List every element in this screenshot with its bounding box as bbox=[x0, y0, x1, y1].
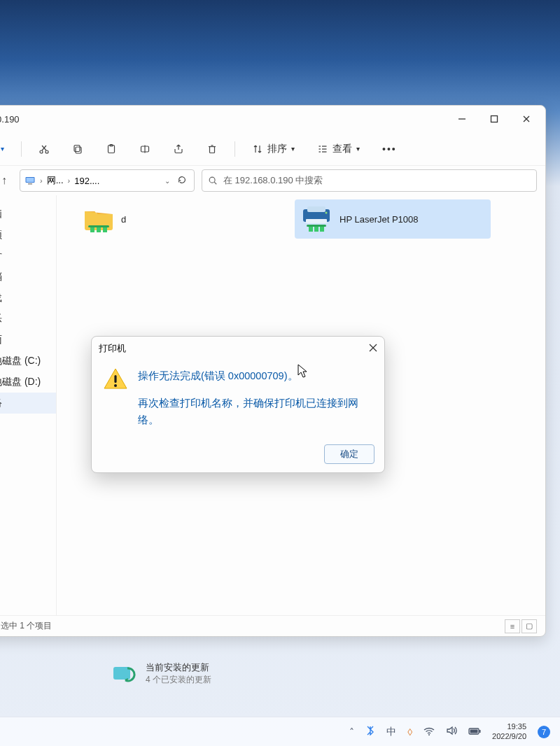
svg-rect-28 bbox=[90, 227, 94, 232]
address-row: ▾ ↑ › 网... › 192.... ⌄ 在 192.168.0.190 中… bbox=[0, 166, 545, 195]
cut-button[interactable] bbox=[33, 139, 55, 159]
breadcrumb-network[interactable]: 网... bbox=[47, 174, 64, 187]
security-icon[interactable]: ◊ bbox=[407, 726, 412, 738]
up-button[interactable]: ↑ bbox=[1, 174, 7, 187]
search-input[interactable]: 在 192.168.0.190 中搜索 bbox=[202, 169, 537, 192]
dialog-line2: 再次检查打印机名称，并确保打印机已连接到网络。 bbox=[138, 395, 373, 429]
sidebar-item-thispc[interactable]: 电脑 bbox=[0, 204, 56, 225]
svg-rect-29 bbox=[97, 227, 101, 232]
sidebar-item-pictures[interactable]: 图片 bbox=[0, 246, 56, 267]
printer-item[interactable]: HP LaserJet P1008 bbox=[295, 199, 491, 239]
sidebar-item-drive-c[interactable]: 本地磁盘 (C:) bbox=[0, 351, 56, 372]
view-toggle: ≡ ▢ bbox=[505, 619, 537, 633]
chevron-right-icon: › bbox=[68, 176, 71, 185]
svg-line-27 bbox=[214, 182, 216, 184]
update-subtitle: 4 个已安装的更新 bbox=[146, 674, 211, 686]
error-dialog: 打印机 操作无法完成(错误 0x00000709)。 再次检查打印机名称，并确保… bbox=[91, 336, 385, 473]
nav-buttons: ▾ ↑ bbox=[0, 174, 13, 187]
svg-rect-1 bbox=[491, 116, 498, 122]
sidebar-item-music[interactable]: 音乐 bbox=[0, 309, 56, 330]
breadcrumb-host[interactable]: 192.... bbox=[74, 176, 99, 186]
dialog-titlebar[interactable]: 打印机 bbox=[92, 337, 384, 360]
warning-icon bbox=[103, 367, 128, 391]
view-button[interactable]: 查看 ▾ bbox=[312, 139, 365, 160]
paste-icon bbox=[106, 143, 117, 155]
pc-icon bbox=[24, 175, 36, 186]
chevron-down-icon: ▾ bbox=[291, 145, 295, 153]
minimize-button[interactable] bbox=[446, 108, 478, 130]
sidebar-item-network[interactable]: 网络 bbox=[0, 393, 56, 414]
volume-icon[interactable] bbox=[446, 726, 457, 738]
share-icon bbox=[173, 143, 184, 155]
svg-point-4 bbox=[40, 150, 43, 153]
address-bar[interactable]: › 网... › 192.... ⌄ bbox=[20, 169, 195, 192]
ime-icon[interactable]: 中 bbox=[386, 726, 396, 738]
svg-rect-39 bbox=[307, 225, 326, 227]
svg-rect-36 bbox=[309, 226, 313, 232]
tiles-view-button[interactable]: ▢ bbox=[522, 619, 537, 633]
copy-button[interactable] bbox=[66, 139, 89, 159]
clock-time: 19:35 bbox=[492, 722, 526, 731]
chevron-right-icon: › bbox=[40, 176, 43, 185]
shared-folder-icon bbox=[83, 206, 114, 232]
view-label: 查看 bbox=[332, 143, 352, 155]
svg-rect-25 bbox=[28, 183, 32, 185]
refresh-button[interactable] bbox=[174, 175, 190, 187]
svg-point-26 bbox=[209, 177, 215, 183]
dialog-close-button[interactable] bbox=[369, 344, 377, 354]
svg-point-5 bbox=[46, 150, 48, 153]
maximize-button[interactable] bbox=[478, 108, 510, 130]
bluetooth-icon[interactable] bbox=[365, 726, 375, 738]
taskbar: ˄ 中 ◊ 19:35 2022/9/20 7 bbox=[0, 717, 560, 746]
new-button[interactable]: 建 ▾ bbox=[0, 139, 10, 160]
sidebar-item-documents[interactable]: 文档 bbox=[0, 267, 56, 288]
sidebar-item-videos[interactable]: 视频 bbox=[0, 225, 56, 246]
separator bbox=[21, 141, 22, 157]
battery-icon[interactable] bbox=[468, 726, 481, 738]
svg-rect-9 bbox=[74, 145, 80, 151]
folder-item[interactable]: d bbox=[78, 199, 274, 239]
notification-badge[interactable]: 7 bbox=[538, 726, 550, 738]
sort-icon bbox=[252, 143, 263, 155]
rename-button[interactable] bbox=[134, 139, 156, 159]
close-button[interactable] bbox=[510, 108, 542, 130]
delete-icon bbox=[206, 143, 218, 155]
view-icon bbox=[317, 143, 328, 155]
dialog-title: 打印机 bbox=[99, 342, 369, 355]
delete-button[interactable] bbox=[201, 139, 223, 159]
svg-rect-33 bbox=[307, 206, 326, 212]
dialog-message: 操作无法完成(错误 0x00000709)。 再次检查打印机名称，并确保打印机已… bbox=[138, 367, 373, 429]
sidebar-item-desktop[interactable]: 桌面 bbox=[0, 330, 56, 351]
selection-count: 选中 1 个项目 bbox=[1, 620, 52, 632]
rename-icon bbox=[139, 143, 150, 155]
folder-label: d bbox=[121, 214, 126, 225]
sidebar-item-drive-d[interactable]: 本地磁盘 (D:) bbox=[0, 372, 56, 393]
more-button[interactable]: ••• bbox=[377, 139, 402, 159]
search-placeholder: 在 192.168.0.190 中搜索 bbox=[223, 174, 323, 187]
svg-rect-38 bbox=[320, 226, 324, 232]
sidebar: 电脑 视频 图片 文档 下载 音乐 桌面 本地磁盘 (C:) 本地磁盘 (D:)… bbox=[0, 195, 57, 615]
more-icon: ••• bbox=[382, 143, 397, 155]
svg-rect-30 bbox=[103, 227, 107, 232]
svg-point-43 bbox=[114, 384, 117, 387]
svg-rect-8 bbox=[76, 147, 81, 153]
sidebar-item-downloads[interactable]: 下载 bbox=[0, 288, 56, 309]
details-view-button[interactable]: ≡ bbox=[505, 619, 520, 633]
share-button[interactable] bbox=[167, 139, 190, 159]
sort-button[interactable]: 排序 ▾ bbox=[246, 139, 300, 160]
ok-button[interactable]: 确定 bbox=[324, 444, 374, 464]
paste-button[interactable] bbox=[100, 139, 122, 159]
wifi-icon[interactable] bbox=[424, 726, 435, 738]
cut-icon bbox=[38, 143, 50, 155]
sort-label: 排序 bbox=[267, 143, 287, 155]
tray-expand-icon[interactable]: ˄ bbox=[349, 726, 354, 738]
clock[interactable]: 19:35 2022/9/20 bbox=[492, 722, 526, 740]
chevron-down-icon[interactable]: ⌄ bbox=[164, 177, 170, 185]
toolbar: 建 ▾ 排序 ▾ 查看 ▾ bbox=[0, 132, 545, 166]
chevron-down-icon: ▾ bbox=[1, 145, 4, 153]
network-printer-icon bbox=[300, 205, 332, 233]
update-notice[interactable]: 当前安装的更新 4 个已安装的更新 bbox=[112, 661, 211, 686]
dialog-body: 操作无法完成(错误 0x00000709)。 再次检查打印机名称，并确保打印机已… bbox=[92, 360, 384, 439]
titlebar[interactable]: 58.0.190 bbox=[0, 106, 545, 132]
chevron-down-icon: ▾ bbox=[356, 145, 360, 153]
